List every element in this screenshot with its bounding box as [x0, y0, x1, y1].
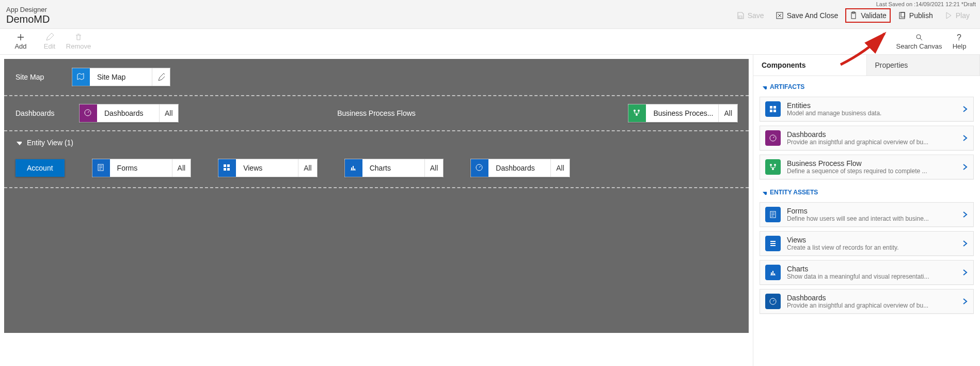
card-entities[interactable]: EntitiesModel and manage business data. — [760, 97, 974, 121]
form-icon — [92, 159, 110, 177]
dashboard-icon — [471, 159, 488, 177]
bpf-label: Business Process Flows — [256, 109, 497, 117]
header-left: App Designer DemoMD — [6, 6, 50, 25]
forms-tile[interactable]: Forms All — [92, 159, 191, 177]
entity-chip-account[interactable]: Account — [15, 159, 65, 177]
card-forms[interactable]: FormsDefine how users will see and inter… — [760, 202, 974, 227]
card-dashboards[interactable]: DashboardsProvide an insightful and grap… — [760, 126, 974, 150]
charts-tile[interactable]: Charts All — [345, 159, 444, 177]
dashboard-icon — [765, 130, 781, 146]
header-bar: App Designer DemoMD Last Saved on :14/09… — [0, 0, 980, 29]
help-button[interactable]: Help — [945, 33, 974, 50]
chart-icon — [765, 265, 781, 280]
edit-sitemap-button[interactable] — [152, 68, 170, 86]
canvas-empty-area[interactable] — [4, 188, 749, 333]
main: Site Map Site Map Dashboards Dashboards … — [0, 55, 980, 366]
dashboards-label: Dashboards — [15, 109, 72, 117]
card-bpf[interactable]: Business Process FlowDefine a sequence o… — [760, 155, 974, 179]
save-button[interactable]: Save — [732, 8, 768, 23]
flow-icon — [628, 104, 646, 122]
edit-button[interactable]: Edit — [35, 33, 64, 50]
triangle-down-icon — [762, 190, 767, 195]
section-entity-assets[interactable]: ENTITY ASSETS — [753, 181, 980, 200]
remove-button[interactable]: Remove — [64, 33, 93, 50]
pencil-icon — [45, 33, 54, 41]
trash-icon — [74, 33, 83, 41]
publish-button[interactable]: Publish — [894, 8, 937, 23]
bpf-tile[interactable]: Business Proces... All — [628, 104, 737, 122]
play-icon — [944, 11, 953, 20]
add-button[interactable]: Add — [6, 33, 35, 50]
dashboards-tile[interactable]: Dashboards All — [80, 104, 178, 122]
card-charts[interactable]: ChartsShow data in a meaningful and visu… — [760, 260, 974, 285]
chevron-right-icon — [961, 268, 968, 277]
dashboard-icon — [765, 294, 781, 309]
app-title: DemoMD — [6, 13, 50, 25]
save-icon — [736, 11, 745, 20]
section-artifacts[interactable]: ARTIFACTS — [753, 76, 980, 95]
bpf-count: All — [718, 104, 737, 122]
grid-icon — [765, 101, 781, 117]
map-icon — [72, 68, 90, 86]
card-dashboards-asset[interactable]: DashboardsProvide an insightful and grap… — [760, 289, 974, 314]
chevron-right-icon — [961, 210, 968, 219]
app-subtitle: App Designer — [6, 6, 50, 13]
canvas-inner: Site Map Site Map Dashboards Dashboards … — [4, 59, 749, 333]
list-icon — [765, 236, 781, 251]
sitemap-tile[interactable]: Site Map — [72, 68, 170, 86]
panel-tabs: Components Properties — [753, 55, 980, 76]
validate-button[interactable]: Validate — [845, 8, 891, 23]
plus-icon — [17, 33, 25, 41]
last-saved-label: Last Saved on :14/09/2021 12:21 *Draft — [876, 1, 976, 7]
tab-properties[interactable]: Properties — [867, 55, 981, 75]
grid-icon — [218, 159, 236, 177]
row-dashboards: Dashboards Dashboards All Business Proce… — [4, 96, 749, 131]
publish-icon — [898, 11, 906, 20]
pencil-icon — [157, 73, 165, 81]
save-close-icon — [776, 11, 784, 20]
chevron-right-icon — [961, 105, 968, 114]
side-panel: Components Properties ARTIFACTS Entities… — [753, 55, 980, 366]
save-and-close-button[interactable]: Save And Close — [771, 8, 843, 23]
form-icon — [765, 207, 781, 222]
chevron-right-icon — [961, 297, 968, 306]
chevron-right-icon — [961, 163, 968, 172]
tab-components[interactable]: Components — [753, 55, 867, 75]
chart-icon — [345, 159, 362, 177]
triangle-down-icon — [15, 140, 22, 146]
card-views[interactable]: ViewsCreate a list view of records for a… — [760, 231, 974, 256]
entity-row-account: Account Forms All Views All Charts All — [4, 154, 749, 188]
sitemap-label: Site Map — [15, 73, 72, 81]
canvas[interactable]: Site Map Site Map Dashboards Dashboards … — [0, 55, 753, 366]
row-sitemap: Site Map Site Map — [4, 59, 749, 96]
chevron-right-icon — [961, 134, 968, 143]
entity-dashboards-tile[interactable]: Dashboards All — [471, 159, 570, 177]
help-icon — [955, 33, 963, 41]
entity-view-header[interactable]: Entity View (1) — [4, 131, 749, 154]
search-icon — [915, 33, 923, 41]
chevron-right-icon — [961, 239, 968, 248]
triangle-down-icon — [762, 84, 767, 89]
play-button[interactable]: Play — [940, 8, 974, 23]
header-actions: Save Save And Close Validate Publish Pla… — [732, 8, 974, 23]
toolbar: Add Edit Remove Search Canvas Help — [0, 29, 980, 55]
clipboard-icon — [849, 11, 858, 20]
search-canvas-button[interactable]: Search Canvas — [893, 33, 945, 50]
dashboard-icon — [80, 104, 97, 122]
dashboards-count: All — [159, 104, 178, 122]
views-tile[interactable]: Views All — [218, 159, 317, 177]
flow-icon — [765, 159, 781, 175]
